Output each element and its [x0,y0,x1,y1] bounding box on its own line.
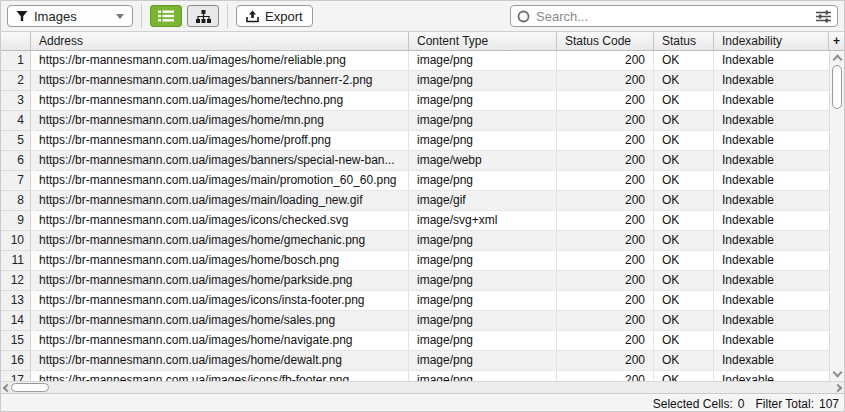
cell-address[interactable]: https://br-mannesmann.com.ua/images/home… [31,111,409,131]
cell-address[interactable]: https://br-mannesmann.com.ua/images/home… [31,251,409,271]
cell-content-type[interactable]: image/png [409,51,557,71]
cell-address[interactable]: https://br-mannesmann.com.ua/images/home… [31,131,409,151]
cell-address[interactable]: https://br-mannesmann.com.ua/images/main… [31,191,409,211]
table-row[interactable]: 6https://br-mannesmann.com.ua/images/ban… [1,151,831,171]
cell-content-type[interactable]: image/png [409,231,557,251]
table-row[interactable]: 11https://br-mannesmann.com.ua/images/ho… [1,251,831,271]
cell-status-code[interactable]: 200 [557,111,654,131]
cell-address[interactable]: https://br-mannesmann.com.ua/images/main… [31,171,409,191]
cell-indexability[interactable]: Indexable [714,91,831,111]
cell-content-type[interactable]: image/png [409,271,557,291]
table-row[interactable]: 1https://br-mannesmann.com.ua/images/hom… [1,51,831,71]
cell-content-type[interactable]: image/webp [409,151,557,171]
cell-content-type[interactable]: image/png [409,71,557,91]
cell-index[interactable]: 2 [1,71,31,91]
table-row[interactable]: 16https://br-mannesmann.com.ua/images/ho… [1,351,831,371]
cell-content-type[interactable]: image/png [409,111,557,131]
cell-index[interactable]: 15 [1,331,31,351]
cell-indexability[interactable]: Indexable [714,71,831,91]
cell-status[interactable]: OK [654,271,714,291]
cell-status[interactable]: OK [654,151,714,171]
cell-status-code[interactable]: 200 [557,51,654,71]
cell-index[interactable]: 8 [1,191,31,211]
cell-indexability[interactable]: Indexable [714,291,831,311]
cell-status-code[interactable]: 200 [557,371,654,381]
column-header-indexability[interactable]: Indexability [714,32,829,50]
cell-indexability[interactable]: Indexable [714,151,831,171]
cell-status-code[interactable]: 200 [557,151,654,171]
cell-address[interactable]: https://br-mannesmann.com.ua/images/home… [31,231,409,251]
cell-indexability[interactable]: Indexable [714,251,831,271]
scroll-up-icon[interactable] [833,55,843,65]
horizontal-scrollbar-thumb[interactable] [11,383,49,392]
cell-status-code[interactable]: 200 [557,291,654,311]
cell-content-type[interactable]: image/png [409,291,557,311]
column-header-content-type[interactable]: Content Type [409,32,557,50]
cell-address[interactable]: https://br-mannesmann.com.ua/images/icon… [31,211,409,231]
table-row[interactable]: 5https://br-mannesmann.com.ua/images/hom… [1,131,831,151]
cell-index[interactable]: 3 [1,91,31,111]
table-row[interactable]: 15https://br-mannesmann.com.ua/images/ho… [1,331,831,351]
table-row[interactable]: 2https://br-mannesmann.com.ua/images/ban… [1,71,831,91]
cell-status[interactable]: OK [654,111,714,131]
cell-address[interactable]: https://br-mannesmann.com.ua/images/home… [31,51,409,71]
cell-content-type[interactable]: image/png [409,91,557,111]
cell-content-type[interactable]: image/png [409,131,557,151]
scroll-down-icon[interactable] [833,368,843,378]
cell-address[interactable]: https://br-mannesmann.com.ua/images/home… [31,331,409,351]
cell-status-code[interactable]: 200 [557,71,654,91]
list-view-button[interactable] [150,5,182,27]
cell-address[interactable]: https://br-mannesmann.com.ua/images/home… [31,91,409,111]
table-row[interactable]: 9https://br-mannesmann.com.ua/images/ico… [1,211,831,231]
cell-index[interactable]: 12 [1,271,31,291]
cell-status-code[interactable]: 200 [557,231,654,251]
search-options-icon[interactable] [816,10,831,23]
cell-status[interactable]: OK [654,171,714,191]
table-row[interactable]: 10https://br-mannesmann.com.ua/images/ho… [1,231,831,251]
cell-index[interactable]: 9 [1,211,31,231]
cell-content-type[interactable]: image/png [409,331,557,351]
cell-status-code[interactable]: 200 [557,271,654,291]
cell-indexability[interactable]: Indexable [714,111,831,131]
cell-content-type[interactable]: image/png [409,251,557,271]
cell-content-type[interactable]: image/svg+xml [409,211,557,231]
cell-content-type[interactable]: image/png [409,171,557,191]
table-row[interactable]: 8https://br-mannesmann.com.ua/images/mai… [1,191,831,211]
cell-status[interactable]: OK [654,351,714,371]
cell-indexability[interactable]: Indexable [714,131,831,151]
cell-status-code[interactable]: 200 [557,311,654,331]
scroll-right-icon[interactable] [834,384,842,392]
cell-status-code[interactable]: 200 [557,191,654,211]
cell-address[interactable]: https://br-mannesmann.com.ua/images/bann… [31,151,409,171]
table-row[interactable]: 12https://br-mannesmann.com.ua/images/ho… [1,271,831,291]
cell-indexability[interactable]: Indexable [714,171,831,191]
table-row[interactable]: 7https://br-mannesmann.com.ua/images/mai… [1,171,831,191]
cell-status-code[interactable]: 200 [557,251,654,271]
cell-status[interactable]: OK [654,291,714,311]
cell-status-code[interactable]: 200 [557,331,654,351]
cell-content-type[interactable]: image/png [409,371,557,381]
export-button[interactable]: Export [236,5,313,27]
cell-status[interactable]: OK [654,51,714,71]
cell-index[interactable]: 16 [1,351,31,371]
cell-index[interactable]: 17 [1,371,31,381]
cell-indexability[interactable]: Indexable [714,211,831,231]
table-row[interactable]: 17https://br-mannesmann.com.ua/images/ic… [1,371,831,381]
cell-address[interactable]: https://br-mannesmann.com.ua/images/home… [31,351,409,371]
cell-indexability[interactable]: Indexable [714,351,831,371]
cell-status[interactable]: OK [654,91,714,111]
cell-status[interactable]: OK [654,251,714,271]
cell-indexability[interactable]: Indexable [714,331,831,351]
cell-index[interactable]: 6 [1,151,31,171]
cell-content-type[interactable]: image/gif [409,191,557,211]
cell-status-code[interactable]: 200 [557,171,654,191]
cell-content-type[interactable]: image/png [409,351,557,371]
horizontal-scrollbar[interactable] [1,381,845,393]
cell-content-type[interactable]: image/png [409,311,557,331]
add-column-button[interactable]: + [829,32,844,50]
table-row[interactable]: 4https://br-mannesmann.com.ua/images/hom… [1,111,831,131]
cell-index[interactable]: 1 [1,51,31,71]
cell-index[interactable]: 13 [1,291,31,311]
cell-index[interactable]: 5 [1,131,31,151]
cell-index[interactable]: 10 [1,231,31,251]
